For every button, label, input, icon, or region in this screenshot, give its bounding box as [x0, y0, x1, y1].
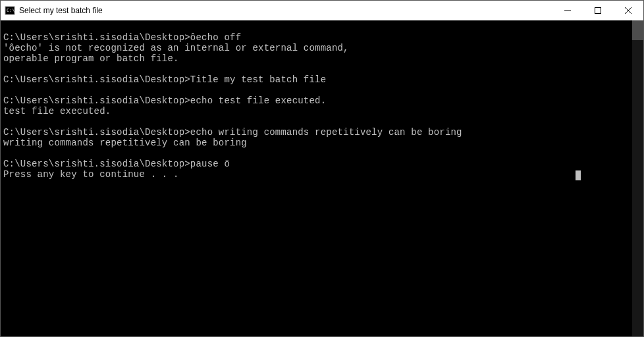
scroll-thumb[interactable]	[632, 20, 643, 40]
text-cursor	[576, 170, 581, 180]
terminal-output[interactable]: C:\Users\srishti.sisodia\Desktop>ôecho o…	[1, 20, 632, 336]
command-prompt-window: C:\ Select my test batch file C:\Users\s…	[0, 0, 644, 337]
terminal-area: C:\Users\srishti.sisodia\Desktop>ôecho o…	[1, 20, 643, 336]
svg-rect-3	[595, 8, 601, 14]
window-title: Select my test batch file	[19, 6, 552, 15]
command-prompt-icon: C:\	[5, 5, 15, 16]
svg-text:C:\: C:\	[7, 8, 15, 13]
titlebar[interactable]: C:\ Select my test batch file	[1, 1, 643, 20]
terminal-text: C:\Users\srishti.sisodia\Desktop>ôecho o…	[3, 32, 462, 180]
close-button[interactable]	[613, 1, 643, 20]
maximize-button[interactable]	[583, 1, 613, 20]
minimize-button[interactable]	[552, 1, 583, 20]
window-controls	[552, 1, 643, 20]
vertical-scrollbar[interactable]	[632, 20, 643, 336]
